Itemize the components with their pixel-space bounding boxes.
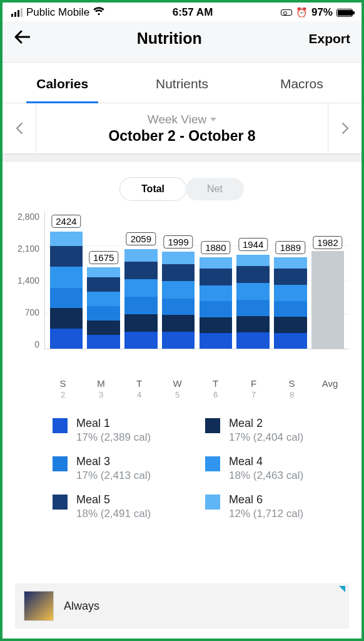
- y-tick: 2,800: [18, 212, 39, 222]
- y-tick: 2,100: [18, 244, 39, 254]
- legend-detail: 18% (2,463 cal): [229, 469, 303, 482]
- ad-thumbnail: [24, 591, 54, 621]
- y-tick: 700: [25, 307, 39, 317]
- legend-item: Meal 612% (1,712 cal): [205, 493, 343, 520]
- bar-value-label: 1982: [313, 236, 342, 249]
- battery-icon: [336, 9, 353, 17]
- x-tick-avg: Avg: [313, 378, 347, 399]
- legend-detail: 17% (2,404 cal): [229, 431, 303, 444]
- alarm-icon: ⏰: [296, 7, 308, 18]
- y-tick: 1,400: [18, 275, 39, 285]
- x-tick: W5: [161, 378, 195, 399]
- next-range-button[interactable]: [328, 103, 361, 153]
- bar-column[interactable]: 2424: [50, 230, 83, 349]
- carrier-label: Public Mobile: [26, 6, 89, 19]
- back-button[interactable]: [14, 29, 30, 48]
- prev-range-button[interactable]: [3, 103, 36, 153]
- legend-detail: 12% (1,712 cal): [229, 508, 303, 520]
- bar-value-label: 1889: [276, 241, 305, 254]
- legend-item: Meal 418% (2,463 cal): [205, 455, 343, 482]
- legend-item: Meal 217% (2,404 cal): [205, 417, 343, 444]
- bar-column[interactable]: 2059: [124, 247, 158, 349]
- tab-nutrients[interactable]: Nutrients: [122, 63, 241, 103]
- ad-banner[interactable]: Always: [15, 583, 349, 628]
- do-not-disturb-icon: [281, 9, 292, 16]
- bar-value-label: 1675: [89, 251, 118, 264]
- date-range-label: October 2 - October 8: [36, 128, 328, 145]
- legend-item: Meal 518% (2,491 cal): [53, 493, 190, 520]
- bar-column[interactable]: 1889: [274, 256, 307, 349]
- legend-detail: 17% (2,389 cal): [76, 431, 151, 444]
- bar-column[interactable]: 1880: [200, 256, 233, 349]
- toggle-total[interactable]: Total: [120, 178, 186, 200]
- legend-swatch: [53, 418, 68, 433]
- export-button[interactable]: Export: [308, 31, 350, 46]
- y-axis: 2,8002,1001,4007000: [18, 212, 44, 349]
- chart-plot-area: 24241675205919991880194418891982: [44, 212, 349, 349]
- signal-icon: [11, 8, 23, 17]
- toggle-net[interactable]: Net: [186, 178, 244, 200]
- legend-swatch: [205, 418, 220, 433]
- bar-column-avg[interactable]: 1982: [311, 251, 345, 349]
- tab-bar: Calories Nutrients Macros: [3, 63, 361, 103]
- wifi-icon: [93, 7, 104, 18]
- chevron-down-icon: [210, 118, 216, 121]
- ad-brand-label: Always: [64, 600, 99, 613]
- battery-percent: 97%: [311, 6, 333, 19]
- legend-swatch: [205, 495, 220, 510]
- view-mode-label: Week View: [148, 113, 206, 126]
- status-bar: Public Mobile 6:57 AM ⏰ 97%: [3, 3, 361, 21]
- view-mode-dropdown[interactable]: Week View: [148, 113, 216, 126]
- x-axis: S2M3T4W5T6F7S8Avg: [18, 374, 349, 399]
- x-tick: M3: [84, 378, 118, 399]
- clock-time: 6:57 AM: [173, 6, 213, 19]
- legend-swatch: [53, 456, 68, 471]
- ad-choices-icon[interactable]: [339, 586, 345, 592]
- calories-chart: 2,8002,1001,4007000 24241675205919991880…: [3, 212, 361, 399]
- tab-calories[interactable]: Calories: [3, 63, 122, 103]
- x-tick: T4: [123, 378, 156, 399]
- legend-detail: 17% (2,413 cal): [76, 469, 151, 482]
- bar-column[interactable]: 1999: [162, 250, 195, 349]
- legend-name: Meal 6: [229, 493, 303, 506]
- bar-value-label: 1880: [201, 241, 230, 254]
- tab-macros[interactable]: Macros: [242, 63, 361, 103]
- legend-swatch: [205, 456, 220, 471]
- bar-value-label: 2059: [126, 232, 156, 245]
- date-range-row: Week View October 2 - October 8: [3, 103, 361, 154]
- y-tick: 0: [34, 339, 39, 349]
- page-title: Nutrition: [137, 29, 202, 48]
- legend-name: Meal 2: [229, 417, 303, 430]
- legend-swatch: [53, 495, 68, 510]
- section-divider: [3, 154, 361, 162]
- legend-item: Meal 117% (2,389 cal): [53, 417, 190, 444]
- x-tick: S8: [275, 378, 309, 399]
- nav-bar: Nutrition Export: [3, 21, 361, 63]
- bar-column[interactable]: 1944: [236, 253, 270, 349]
- legend-name: Meal 4: [229, 455, 303, 468]
- legend-item: Meal 317% (2,413 cal): [53, 455, 190, 482]
- bar-value-label: 1944: [238, 238, 268, 251]
- legend-name: Meal 3: [76, 455, 151, 468]
- legend-name: Meal 1: [76, 417, 151, 430]
- bar-column[interactable]: 1675: [87, 266, 120, 349]
- x-tick: S2: [46, 378, 80, 399]
- legend-name: Meal 5: [76, 493, 151, 506]
- chart-legend: Meal 117% (2,389 cal)Meal 217% (2,404 ca…: [3, 399, 361, 533]
- total-net-toggle: Total Net: [3, 162, 361, 212]
- x-tick: T6: [199, 378, 233, 399]
- legend-detail: 18% (2,491 cal): [76, 508, 151, 520]
- bar-value-label: 1999: [163, 235, 193, 249]
- bar-value-label: 2424: [51, 215, 81, 228]
- x-tick: F7: [237, 378, 271, 399]
